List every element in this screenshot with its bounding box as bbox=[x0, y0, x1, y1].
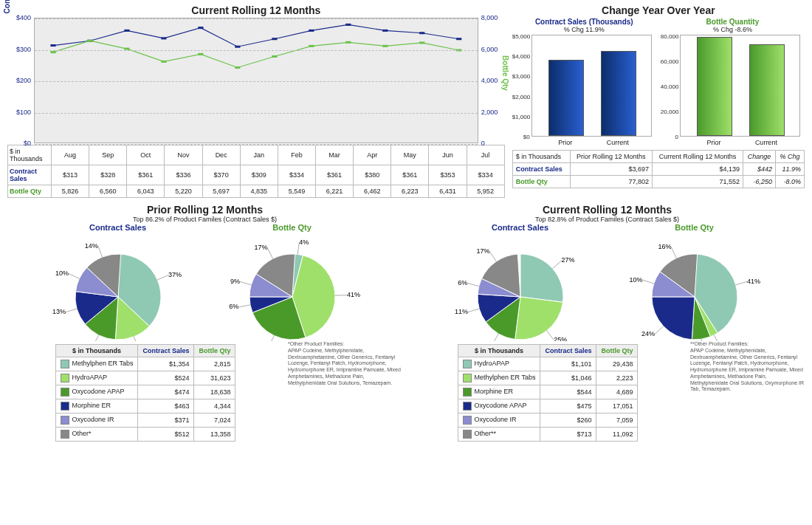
table-cell: $313 bbox=[52, 165, 89, 185]
unit-label: $ in Thousands bbox=[55, 345, 138, 357]
y-tick: 20,000 bbox=[661, 109, 678, 115]
table-cell: $4,139 bbox=[652, 163, 743, 176]
current-pie-panel: Current Rolling 12 MonthsTop 82.8% of Pr… bbox=[410, 202, 805, 442]
pie-chart: Bottle Qty4%41%24%6%9%17% bbox=[207, 223, 377, 341]
y1-tick: $400 bbox=[7, 14, 31, 21]
svg-line-26 bbox=[93, 335, 98, 341]
yoy-qty-chart: Bottle Quantity % Chg -8.6% 020,00040,00… bbox=[661, 18, 805, 137]
svg-line-25 bbox=[134, 337, 138, 341]
table-cell: 7,024 bbox=[194, 414, 235, 428]
row-header: Contract Sales bbox=[8, 165, 52, 185]
swatch-icon bbox=[463, 402, 472, 411]
slice-label: 17% bbox=[476, 247, 489, 255]
table-row: Morphine ER$5444,689 bbox=[458, 385, 638, 399]
svg-line-41 bbox=[489, 252, 496, 261]
pie-slice bbox=[652, 297, 695, 340]
table-cell: 6,043 bbox=[127, 185, 165, 198]
svg-rect-9 bbox=[382, 30, 388, 32]
row-header: Bottle Qty bbox=[8, 185, 52, 198]
svg-line-29 bbox=[97, 246, 102, 257]
row-header: Contract Sales bbox=[512, 163, 570, 176]
table-cell: $361 bbox=[127, 165, 165, 185]
y-tick: $4,000 bbox=[512, 53, 530, 60]
table-cell: $371 bbox=[138, 414, 194, 428]
footnote: **Other Product Families:APAP Codeine, M… bbox=[690, 341, 805, 393]
col-header: Prior Rolling 12 Months bbox=[570, 151, 652, 163]
svg-line-34 bbox=[239, 281, 250, 284]
col-header: Bottle Qty bbox=[194, 345, 235, 357]
month-header: Mar bbox=[315, 145, 353, 165]
table-cell: $380 bbox=[354, 165, 391, 185]
swatch-icon bbox=[61, 388, 69, 397]
svg-line-45 bbox=[655, 326, 664, 334]
y2-tick: 2,000 bbox=[481, 109, 505, 116]
product-table: $ in ThousandsContract SalesBottle QtyMe… bbox=[55, 344, 236, 442]
svg-line-46 bbox=[642, 280, 653, 284]
svg-line-40 bbox=[467, 284, 478, 286]
table-cell: 5,220 bbox=[165, 185, 202, 198]
table-cell: $370 bbox=[202, 165, 240, 185]
table-cell: 5,697 bbox=[202, 185, 240, 198]
rolling12-panel: Current Rolling 12 Months Contract Sales… bbox=[7, 3, 505, 198]
table-cell: 29,438 bbox=[596, 357, 638, 371]
svg-rect-22 bbox=[419, 41, 424, 44]
y-tick: $3,000 bbox=[512, 73, 530, 80]
svg-rect-3 bbox=[161, 37, 166, 39]
table-cell: $713 bbox=[540, 428, 596, 442]
bar-label: Prior bbox=[543, 139, 588, 146]
y-tick: $1,000 bbox=[512, 113, 530, 120]
table-cell: $1,046 bbox=[540, 371, 596, 385]
yoy-title: Change Year Over Year bbox=[512, 4, 805, 16]
slice-label: 14% bbox=[84, 242, 97, 250]
y2-tick: 6,000 bbox=[481, 46, 505, 53]
bar bbox=[749, 44, 785, 136]
svg-rect-17 bbox=[235, 66, 240, 69]
table-cell: 77,802 bbox=[570, 176, 652, 188]
y1-tick: $300 bbox=[7, 46, 31, 53]
swatch-icon bbox=[61, 402, 69, 411]
col-header: Contract Sales bbox=[540, 345, 596, 357]
pie-chart: Bottle Qty41%3%7%24%10%16% bbox=[610, 223, 780, 341]
svg-rect-10 bbox=[419, 32, 424, 34]
pie-caption: Top 82.8% of Product Familes (Contract S… bbox=[410, 216, 805, 223]
table-cell: 2,223 bbox=[596, 371, 638, 385]
yoy-sales-chart: Contract Sales (Thousands) % Chg 11.9% $… bbox=[512, 18, 656, 137]
unit-label: $ in Thousands bbox=[8, 145, 52, 165]
slice-label: 17% bbox=[254, 244, 267, 251]
svg-rect-8 bbox=[345, 24, 351, 26]
table-cell: $336 bbox=[165, 165, 202, 185]
unit-label: $ in Thousands bbox=[512, 151, 570, 163]
pie-title: Current Rolling 12 Months bbox=[410, 204, 805, 216]
month-header: Aug bbox=[52, 145, 89, 165]
svg-rect-7 bbox=[309, 30, 314, 32]
svg-line-35 bbox=[267, 248, 272, 258]
table-cell: $1,101 bbox=[540, 357, 596, 371]
svg-rect-20 bbox=[345, 41, 351, 44]
svg-line-42 bbox=[735, 281, 746, 284]
svg-rect-19 bbox=[309, 45, 314, 47]
table-cell: 2,815 bbox=[194, 357, 235, 371]
table-cell: $334 bbox=[278, 165, 315, 185]
pie-slice bbox=[520, 254, 563, 302]
table-cell: $260 bbox=[540, 414, 596, 428]
table-row: Oxycodone IR$2607,059 bbox=[458, 414, 638, 428]
slice-label: 16% bbox=[658, 243, 671, 250]
y2-tick: 4,000 bbox=[481, 77, 505, 84]
svg-line-37 bbox=[546, 331, 554, 340]
y1-tick: $100 bbox=[7, 109, 31, 116]
bar bbox=[697, 37, 732, 136]
footnote: *Other Product Families:APAP Codeine, Me… bbox=[288, 341, 402, 386]
slice-label: 6% bbox=[458, 279, 467, 286]
table-cell: 6,431 bbox=[429, 185, 467, 198]
month-header: May bbox=[391, 145, 429, 165]
swatch-icon bbox=[463, 360, 472, 368]
table-cell: 13,358 bbox=[194, 428, 235, 442]
table-cell: 18,638 bbox=[194, 385, 235, 399]
y-tick: $5,000 bbox=[512, 33, 530, 40]
month-header: Sep bbox=[89, 145, 127, 165]
y-tick: 0 bbox=[661, 134, 678, 140]
svg-line-32 bbox=[269, 335, 274, 341]
y1-tick: $200 bbox=[7, 77, 31, 84]
table-row: Methylphen ER Tabs$1,3542,815 bbox=[55, 357, 235, 371]
svg-line-28 bbox=[69, 273, 79, 278]
